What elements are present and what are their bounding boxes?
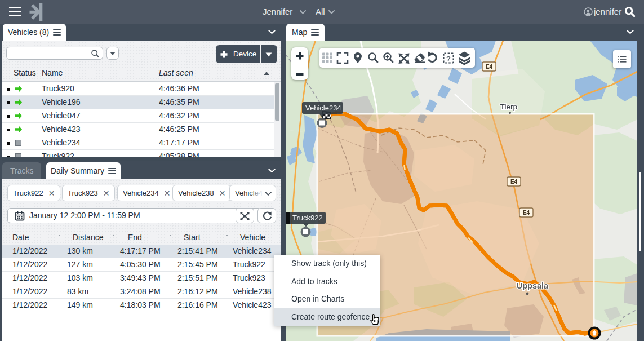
svg-text:E4: E4 [510,179,518,185]
svg-text:?: ? [446,55,451,63]
svg-text:E4: E4 [523,210,530,216]
svg-text:Truck922: Truck922 [292,214,323,222]
svg-text:Tierp: Tierp [500,103,517,111]
svg-text:Vehicle234: Vehicle234 [305,104,341,112]
svg-text:Uppsala: Uppsala [517,281,549,290]
svg-text:E4: E4 [486,64,493,70]
